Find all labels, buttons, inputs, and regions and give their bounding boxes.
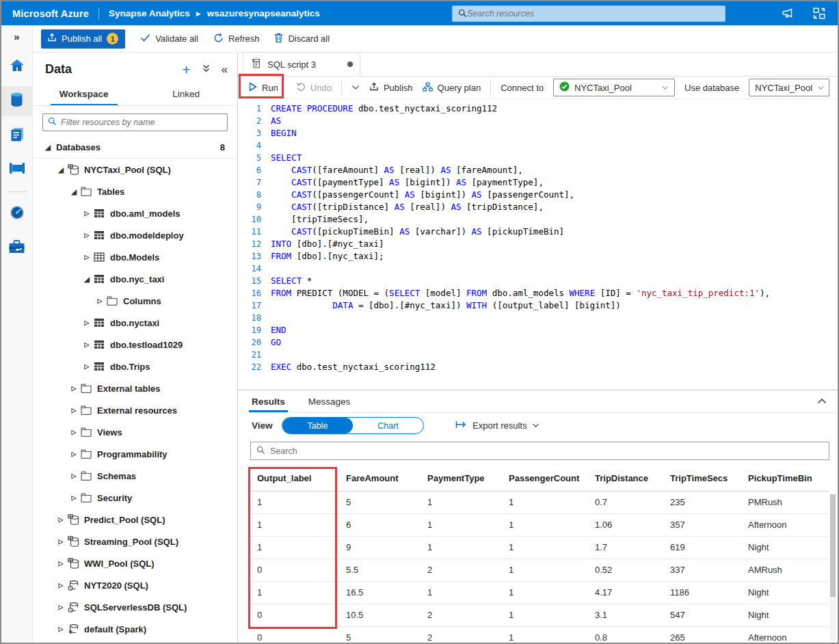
results-scrollbar[interactable] [830,494,836,641]
code-line[interactable]: 18 [238,312,838,324]
tree-item[interactable]: ▷dbo.Trips [33,355,237,377]
column-header[interactable]: TripTimeSecs [663,466,741,491]
tree-collapsed-arrow-icon[interactable]: ▷ [68,385,79,392]
tree-collapsed-arrow-icon[interactable]: ▷ [68,494,79,501]
table-row[interactable]: 05.5210.52337AMRush [250,559,829,581]
tree-item[interactable]: ◢dbo.nyc_taxi [33,268,237,290]
filter-resources-input[interactable] [61,118,222,127]
column-header[interactable]: TripDistance [588,466,663,491]
tab-messages[interactable]: Messages [308,390,351,412]
tab-linked[interactable]: Linked [135,83,238,105]
code-line[interactable]: 16FROM PREDICT (MODEL = (SELECT [model] … [238,287,838,299]
tree-item[interactable]: ▷WWI_Pool (SQL) [33,552,237,574]
tree-item[interactable]: ▷dbo.nyctaxi [33,312,237,334]
refresh-button[interactable]: Refresh [213,33,260,45]
query-plan-button[interactable]: Query plan [423,82,481,94]
validate-all-button[interactable]: Validate all [140,33,198,44]
expand-all-chevrons-icon[interactable] [202,64,211,76]
collapse-results-chevron[interactable] [817,394,827,407]
switch-workspace-icon[interactable] [813,8,825,19]
tree-collapsed-arrow-icon[interactable]: ▷ [55,582,66,589]
tree-expanded-arrow-icon[interactable]: ◢ [42,144,53,151]
tree-collapsed-arrow-icon[interactable]: ▷ [55,626,66,632]
tab-sql-script[interactable]: SQL script 3 [243,52,360,76]
tree-item[interactable]: ▷Programmability [33,443,237,465]
tree-collapsed-arrow-icon[interactable]: ▷ [55,538,66,545]
tree-item[interactable]: ▷default (Spark) [33,618,237,640]
tree-collapsed-arrow-icon[interactable]: ▷ [81,210,92,217]
code-line[interactable]: 7 CAST([paymentType] AS [bigint]) AS [pa… [238,176,838,189]
column-header[interactable]: FareAmount [339,466,421,491]
sidebar-item-integrate[interactable] [1,155,33,185]
view-chart-toggle[interactable]: Chart [353,418,423,433]
code-line[interactable]: 5SELECT [238,152,838,164]
tree-item[interactable]: ▷surfacesalesdb (Spark) [33,640,237,644]
code-line[interactable]: 1CREATE PROCEDURE dbo.test_nyctaxi_scori… [238,103,838,115]
tab-results[interactable]: Results [252,390,285,412]
sidebar-item-home[interactable] [1,52,33,82]
feedback-megaphone-icon[interactable] [782,8,795,19]
tree-item[interactable]: ▷Schemas [33,465,237,487]
table-row[interactable]: 19111.7619Night [250,536,829,559]
code-line[interactable]: 22EXEC dbo.test_nyctaxi_scoring112 [238,361,838,373]
tree-item[interactable]: ◢Tables [33,180,237,202]
sidebar-item-manage[interactable] [1,233,33,263]
tree-collapsed-arrow-icon[interactable]: ▷ [55,560,66,567]
use-database-dropdown[interactable]: NYCTaxi_Pool [749,79,829,96]
tree-collapsed-arrow-icon[interactable]: ▷ [81,341,92,348]
code-line[interactable]: 20GO [238,336,838,349]
search-resources-box[interactable] [452,5,725,22]
table-row[interactable]: 116.5114.171186Night [250,581,829,604]
tree-item[interactable]: ▷Views [33,421,237,443]
code-editor[interactable]: 1CREATE PROCEDURE dbo.test_nyctaxi_scori… [238,99,838,390]
code-line[interactable]: 11 CAST([pickupTimeBin] AS [varchar]) AS… [238,226,838,238]
tree-item[interactable]: ▷Security [33,487,237,509]
tree-collapsed-arrow-icon[interactable]: ▷ [94,297,105,304]
code-line[interactable]: 6 CAST([fareAmount] AS [real]) AS [fareA… [238,164,838,176]
code-line[interactable]: 15SELECT * [238,275,838,287]
table-row[interactable]: 05210.8265Afternoon [250,626,829,644]
tree-item[interactable]: ▷Streaming_Pool (SQL) [33,531,237,552]
collapse-panel-button[interactable]: « [222,64,228,75]
tree-item[interactable]: ▷dbo.modeldeploy [33,224,237,246]
column-header[interactable]: PickupTimeBin [741,466,829,491]
sidebar-item-monitor[interactable] [1,199,33,229]
code-line[interactable]: 10 [tripTimeSecs], [238,213,838,226]
code-line[interactable]: 3BEGIN [238,127,838,139]
filter-resources-box[interactable] [42,113,228,131]
table-row[interactable]: 16111.06357Afternoon [250,513,829,536]
tree-collapsed-arrow-icon[interactable]: ▷ [81,232,92,239]
undo-button[interactable]: Undo [296,82,332,93]
results-search-box[interactable] [250,442,829,460]
code-line[interactable]: 4 [238,139,838,152]
results-search-input[interactable] [270,446,823,456]
expand-rail-chevrons[interactable]: » [14,31,19,42]
sidebar-item-data[interactable] [1,86,33,116]
tree-item[interactable]: ▷External tables [33,377,237,399]
breadcrumb-workspace[interactable]: wsazuresynapseanalytics [207,8,320,18]
tree-item[interactable]: ▷dbo.Models [33,246,237,268]
sidebar-item-develop[interactable] [1,120,33,150]
table-row[interactable]: 010.5213.1547Night [250,604,829,626]
tree-item[interactable]: ▷dbo.aml_models [33,202,237,224]
tree-expanded-arrow-icon[interactable]: ◢ [68,188,79,196]
tree-item[interactable]: ▷NYT2020 (SQL) [33,574,237,596]
tree-item[interactable]: ▷Predict_Pool (SQL) [33,509,237,531]
code-line[interactable]: 8 CAST([passengerCount] AS [bigint]) AS … [238,189,838,201]
code-line[interactable]: 19END [238,324,838,336]
tree-item[interactable]: ▷dbo.testload1029 [33,334,237,355]
add-resource-button[interactable]: + [182,62,190,77]
tree-collapsed-arrow-icon[interactable]: ▷ [81,319,92,326]
tree-collapsed-arrow-icon[interactable]: ▷ [81,363,92,370]
tree-collapsed-arrow-icon[interactable]: ▷ [68,472,79,479]
code-line[interactable]: 2AS [238,115,838,127]
export-results-button[interactable]: Export results [455,420,540,431]
tree-collapsed-arrow-icon[interactable]: ▷ [68,429,79,435]
column-header[interactable]: PaymentType [421,466,502,491]
search-resources-input[interactable] [467,9,719,18]
tree-item[interactable]: ▷Columns [33,290,237,312]
tree-collapsed-arrow-icon[interactable]: ▷ [81,254,92,260]
tree-item[interactable]: ◢Databases8 [33,137,237,159]
code-line[interactable]: 14 [238,263,838,275]
view-table-toggle[interactable]: Table [282,418,353,433]
